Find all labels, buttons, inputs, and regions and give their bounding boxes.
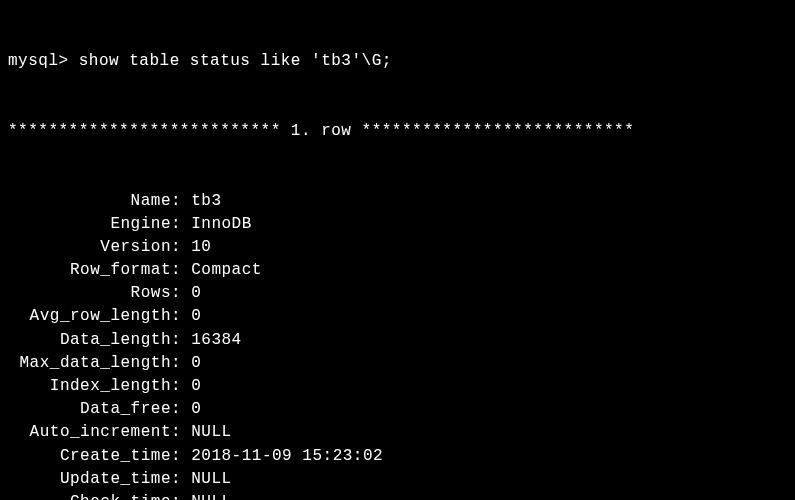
field-value: NULL [191, 421, 231, 444]
field-separator: : [171, 398, 191, 421]
field-label: Update_time [8, 468, 171, 491]
field-label: Name [8, 190, 171, 213]
field-row: Row_format: Compact [8, 259, 787, 282]
field-row: Engine: InnoDB [8, 213, 787, 236]
field-separator: : [171, 375, 191, 398]
field-row: Avg_row_length: 0 [8, 305, 787, 328]
row-separator: *************************** 1. row *****… [8, 120, 787, 143]
field-value: 0 [191, 352, 201, 375]
field-value: 0 [191, 398, 201, 421]
field-label: Avg_row_length [8, 305, 171, 328]
field-row: Max_data_length: 0 [8, 352, 787, 375]
field-value: NULL [191, 468, 231, 491]
field-separator: : [171, 491, 191, 500]
field-value: 0 [191, 375, 201, 398]
field-label: Data_free [8, 398, 171, 421]
field-label: Index_length [8, 375, 171, 398]
field-row: Update_time: NULL [8, 468, 787, 491]
field-separator: : [171, 213, 191, 236]
field-separator: : [171, 190, 191, 213]
field-row: Create_time: 2018-11-09 15:23:02 [8, 445, 787, 468]
mysql-prompt: mysql> [8, 50, 79, 73]
field-separator: : [171, 259, 191, 282]
field-value: Compact [191, 259, 262, 282]
field-label: Auto_increment [8, 421, 171, 444]
command-line: mysql> show table status like 'tb3'\G; [8, 50, 787, 73]
field-separator: : [171, 282, 191, 305]
field-row: Auto_increment: NULL [8, 421, 787, 444]
field-separator: : [171, 421, 191, 444]
field-value: 16384 [191, 329, 242, 352]
field-label: Create_time [8, 445, 171, 468]
field-separator: : [171, 329, 191, 352]
table-status-fields: Name: tb3Engine: InnoDBVersion: 10Row_fo… [8, 190, 787, 501]
field-separator: : [171, 445, 191, 468]
field-row: Name: tb3 [8, 190, 787, 213]
field-row: Version: 10 [8, 236, 787, 259]
field-value: tb3 [191, 190, 221, 213]
field-value: NULL [191, 491, 231, 500]
field-row: Data_length: 16384 [8, 329, 787, 352]
field-label: Row_format [8, 259, 171, 282]
field-row: Index_length: 0 [8, 375, 787, 398]
field-label: Max_data_length [8, 352, 171, 375]
field-value: 0 [191, 282, 201, 305]
field-value: InnoDB [191, 213, 252, 236]
field-value: 10 [191, 236, 211, 259]
field-value: 0 [191, 305, 201, 328]
field-label: Version [8, 236, 171, 259]
field-label: Rows [8, 282, 171, 305]
sql-command: show table status like 'tb3'\G; [79, 50, 392, 73]
field-row: Rows: 0 [8, 282, 787, 305]
field-label: Engine [8, 213, 171, 236]
field-separator: : [171, 468, 191, 491]
field-separator: : [171, 305, 191, 328]
field-separator: : [171, 236, 191, 259]
field-label: Check_time [8, 491, 171, 500]
field-label: Data_length [8, 329, 171, 352]
mysql-terminal-output: mysql> show table status like 'tb3'\G; *… [8, 4, 787, 500]
field-separator: : [171, 352, 191, 375]
field-row: Data_free: 0 [8, 398, 787, 421]
field-value: 2018-11-09 15:23:02 [191, 445, 383, 468]
field-row: Check_time: NULL [8, 491, 787, 500]
